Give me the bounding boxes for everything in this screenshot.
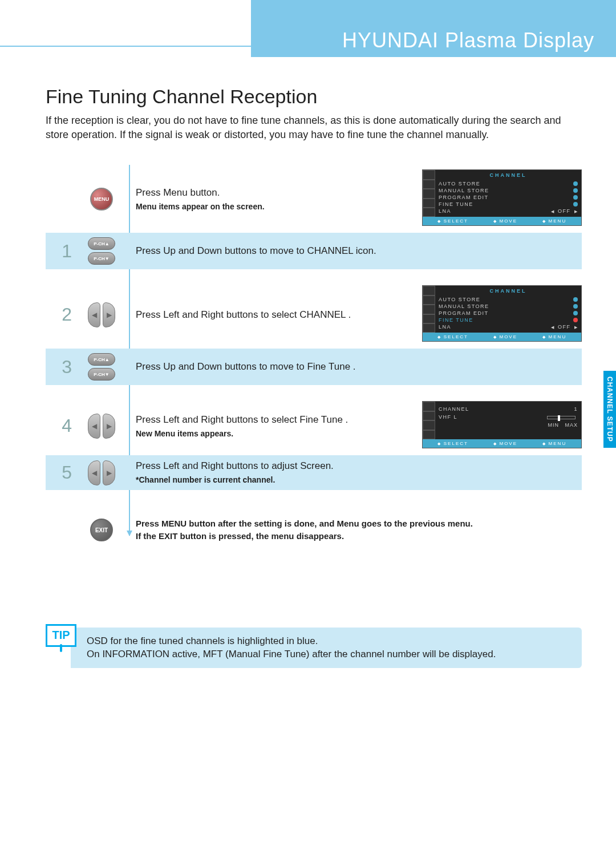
- step-2-text: Press Left and Right buttons to select C…: [124, 309, 416, 321]
- tip-line1: OSD for the fine tuned channels is highl…: [87, 634, 572, 648]
- leftright-buttons-icon: ◀▶: [88, 302, 115, 327]
- steps-container: MENU Press Menu button. Menu items appea…: [46, 165, 582, 547]
- header-band: HYUNDAI Plasma Display: [0, 0, 616, 57]
- leftright-buttons-icon-3: ◀▶: [88, 460, 115, 485]
- step-menu-sub: Menu items appear on the screen.: [136, 201, 416, 212]
- osd3-vhf: VHF L: [439, 414, 457, 420]
- osd3-bar: [545, 414, 578, 420]
- exit-note-row: EXIT Press MENU button after the setting…: [46, 513, 582, 548]
- updown-buttons-icon-2: P-CH▲ P-CH▼: [88, 353, 115, 381]
- osd1-auto: AUTO STORE: [439, 181, 480, 187]
- osd3-min: MIN: [548, 422, 559, 428]
- step-4: 4 ◀▶ Press Left and Right buttons to sel…: [46, 396, 582, 455]
- tip-line2: On INFORMATION active, MFT (Manual Fine …: [87, 647, 572, 661]
- osd2-title: CHANNEL: [439, 286, 578, 296]
- step-1-text: Press Up and Down buttons to move to CHA…: [124, 245, 416, 257]
- osd2-footer: SELECT MOVE MENU: [423, 333, 581, 341]
- step-5-num: 5: [46, 462, 79, 483]
- leftright-buttons-icon-2: ◀▶: [88, 414, 115, 439]
- osd2-fine-highlight: FINE TUNE: [439, 317, 473, 323]
- menu-button-icon: MENU: [90, 188, 113, 211]
- osd1-fine: FINE TUNE: [439, 201, 473, 207]
- step-4-sub: New Menu items appears.: [136, 428, 416, 439]
- header-title: HYUNDAI Plasma Display: [342, 29, 594, 52]
- step-1: 1 P-CH▲ P-CH▼ Press Up and Down buttons …: [46, 233, 582, 269]
- osd1-program: PROGRAM EDIT: [439, 195, 489, 200]
- osd-panel-2: CHANNEL AUTO STORE MANUAL STORE PROGRAM …: [422, 285, 582, 342]
- osd1-manual: MANUAL STORE: [439, 188, 489, 193]
- step-1-num: 1: [46, 241, 79, 262]
- page-body: Fine Tuning Channel Reception If the rec…: [0, 57, 616, 691]
- tip-box: TIP OSD for the fine tuned channels is h…: [46, 628, 582, 669]
- osd-panel-3: CHANNEL1 VHF L MIN MAX SELECT MOVE MENU: [422, 401, 582, 448]
- step-2: 2 ◀▶ Press Left and Right buttons to sel…: [46, 281, 582, 349]
- step-menu: MENU Press Menu button. Menu items appea…: [46, 165, 582, 233]
- osd1-lna: LNA: [439, 208, 451, 214]
- osd3-channel-val: 1: [574, 406, 578, 412]
- exit-note-line2: If the EXIT button is pressed, the menu …: [136, 530, 582, 543]
- step-2-num: 2: [46, 304, 79, 325]
- osd-panel-1: CHANNEL AUTO STORE MANUAL STORE PROGRAM …: [422, 169, 582, 226]
- step-3: 3 P-CH▲ P-CH▼ Press Up and Down buttons …: [46, 349, 582, 385]
- osd3-footer: SELECT MOVE MENU: [423, 439, 581, 448]
- exit-button-icon: EXIT: [90, 519, 113, 541]
- step-3-num: 3: [46, 357, 79, 378]
- step-4-text: Press Left and Right buttons to select F…: [136, 414, 416, 426]
- exit-note-line1: Press MENU button after the setting is d…: [136, 517, 582, 531]
- step-5-sub: *Channel number is current channel.: [136, 475, 416, 485]
- osd1-title: CHANNEL: [439, 170, 578, 180]
- step-5: 5 ◀▶ Press Left and Right buttons to adj…: [46, 455, 582, 489]
- step-4-num: 4: [46, 415, 79, 436]
- intro-paragraph: If the reception is clear, you do not ha…: [46, 114, 582, 142]
- step-menu-text: Press Menu button.: [136, 187, 416, 199]
- step-3-text: Press Up and Down buttons to move to Fin…: [124, 361, 416, 373]
- header-underline: [0, 46, 251, 47]
- step-5-text: Press Left and Right buttons to adjust S…: [136, 460, 416, 472]
- updown-buttons-icon: P-CH▲ P-CH▼: [88, 237, 115, 265]
- osd3-channel-label: CHANNEL: [439, 406, 469, 412]
- page-title: Fine Tuning Channel Reception: [46, 86, 582, 108]
- osd3-max: MAX: [565, 422, 578, 428]
- tip-badge: TIP: [46, 624, 76, 647]
- osd1-footer: SELECT MOVE MENU: [423, 217, 581, 225]
